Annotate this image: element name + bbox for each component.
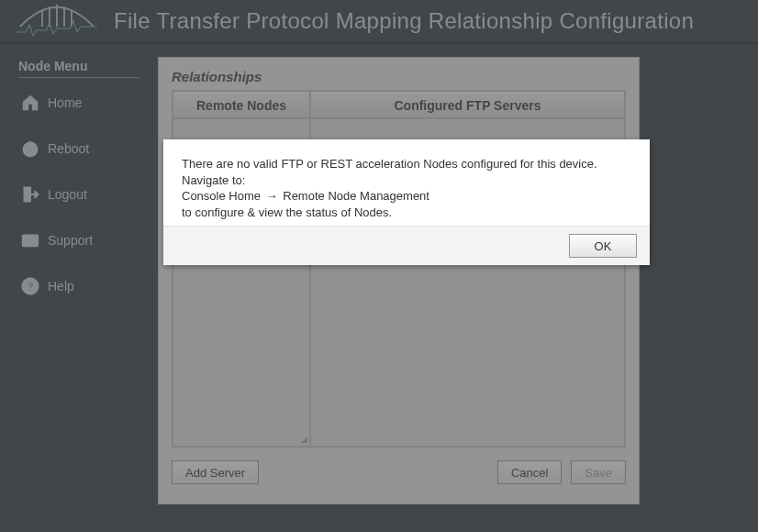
ok-button[interactable]: OK <box>569 234 637 258</box>
dialog-path-b: Remote Node Management <box>283 189 429 203</box>
dialog-text-line3: to configure & view the status of Nodes. <box>182 205 631 221</box>
dialog-path-a: Console Home <box>182 189 261 203</box>
dialog-text-line2: Console Home → Remote Node Management <box>182 188 631 205</box>
dialog-text-line1: There are no valid FTP or REST accelerat… <box>182 156 631 188</box>
arrow-right-icon: → <box>266 188 278 205</box>
alert-dialog: There are no valid FTP or REST accelerat… <box>163 139 650 265</box>
dialog-body: There are no valid FTP or REST accelerat… <box>163 139 650 226</box>
modal-overlay <box>0 0 758 532</box>
